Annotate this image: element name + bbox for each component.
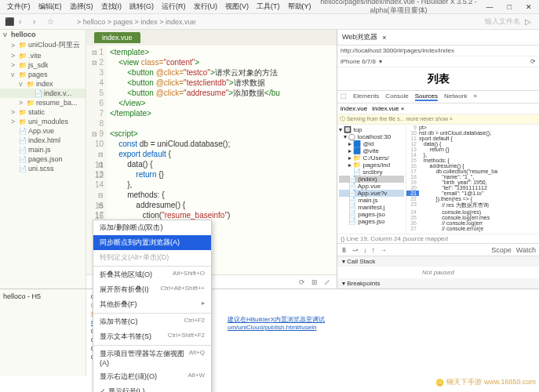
menu-select[interactable]: 选择(S): [66, 2, 97, 12]
callstack-body: Not paused: [337, 267, 539, 278]
devtools-tabs: ⬚ Elements Console Sources Network »: [337, 91, 539, 103]
debug-controls: ⏸ ⤻ ↓ ↑ → Scope Watch: [337, 243, 539, 256]
tree-item[interactable]: ▸ 📁 C:/Users/: [339, 154, 404, 162]
source-tab-2[interactable]: index.vue ×: [372, 105, 404, 112]
step-into-icon[interactable]: ↓: [363, 246, 367, 254]
watermark: 🪙铜天下手游 www.16850.com: [435, 377, 536, 387]
sidebar-item[interactable]: v📁 pages: [0, 70, 86, 79]
sidebar-item[interactable]: 📄 index.html: [0, 136, 86, 145]
sidebar-item[interactable]: 📄 App.vue: [0, 126, 86, 136]
menu-view[interactable]: 视图(V): [221, 2, 253, 12]
tree-item[interactable]: ▸ 📁 pages/ind: [339, 162, 404, 169]
tree-item[interactable]: 📄 (index): [339, 176, 404, 183]
close-icon[interactable]: ✕: [522, 3, 536, 11]
menu-file[interactable]: 文件(F): [3, 2, 35, 12]
minimize-icon[interactable]: —: [483, 3, 497, 11]
menu-item[interactable]: 添加书签(C)Ctrl+F2: [93, 314, 211, 329]
scope-tab[interactable]: Scope: [491, 246, 512, 254]
tree-item[interactable]: ▸ 🟦 @id: [339, 140, 404, 147]
menu-item[interactable]: 转到定义(Alt+单击)(D): [93, 250, 211, 265]
breadcrumb[interactable]: > helloco > pages > index > index.vue: [61, 18, 196, 26]
refresh-icon[interactable]: ⟳: [530, 58, 536, 65]
tree-item[interactable]: 📄 pages-jso: [339, 211, 404, 218]
sidebar-item[interactable]: >📁 resume_ba...: [0, 98, 86, 107]
url-bar[interactable]: http://localhost:3000/#/pages/index/inde…: [337, 45, 539, 56]
terminal-label[interactable]: helloco - H5: [3, 292, 82, 300]
source-code[interactable]: 9pt>10nst db = uniCloud.database();11xpo…: [406, 125, 539, 234]
tree-item[interactable]: 📄 App.vue: [339, 183, 404, 190]
menu-item[interactable]: 显示右边栏(须)(O)Alt+W: [93, 369, 211, 384]
menu-item[interactable]: 显示项目管理器等左侧视图(A)Alt+Q: [93, 347, 211, 369]
menu-bar: 文件(F) 编辑(E) 选择(S) 查找(I) 跳转(G) 运行(R) 发行(U…: [0, 0, 539, 14]
tab-index-vue[interactable]: index.vue: [94, 32, 140, 43]
pause-icon[interactable]: ⏸: [341, 246, 348, 254]
menu-tools[interactable]: 工具(T): [253, 2, 284, 12]
watch-tab[interactable]: Watch: [516, 246, 536, 254]
step-over-icon[interactable]: ⤻: [352, 246, 359, 254]
menu-item[interactable]: 其他折叠(F)▸: [93, 297, 211, 312]
sidebar-item[interactable]: >📁 uniCloud-阿里云: [0, 39, 86, 51]
title-text: helloco/pages/index/index.vue - HBuilder…: [315, 0, 483, 16]
forward-icon[interactable]: ›: [33, 17, 42, 27]
terminal-panel: helloco - H5 06:13:36.543 ready06:13:36.…: [0, 289, 539, 376]
sidebar-item[interactable]: 📄 main.js: [0, 145, 86, 154]
menu-publish[interactable]: 发行(U): [190, 2, 222, 12]
menu-edit[interactable]: 编辑(E): [35, 2, 66, 12]
sidebar-item[interactable]: 📄 pages.json: [0, 154, 86, 164]
breakpoints-header[interactable]: ▾ Breakpoints: [337, 278, 539, 289]
tree-item[interactable]: 📄 App.vue?v: [339, 190, 404, 197]
devtools-close-icon[interactable]: ×: [382, 34, 386, 42]
menu-item[interactable]: 添加/删除断点(双击): [93, 220, 211, 235]
menu-item[interactable]: ✓ 显示行号(L): [93, 384, 211, 392]
step-out-icon[interactable]: ↑: [372, 246, 376, 254]
chevron-down-icon[interactable]: ▾: [379, 58, 382, 65]
sidebar-item[interactable]: 📄 index.v...: [0, 89, 86, 98]
tree-item[interactable]: 📄 srclibry: [339, 169, 404, 176]
menu-find[interactable]: 查找(I): [97, 2, 126, 12]
menu-goto[interactable]: 跳转(G): [126, 2, 158, 12]
tree-item[interactable]: ▾ 🔲 top: [339, 126, 404, 133]
theme-icon[interactable]: ☆: [47, 17, 56, 27]
tree-item[interactable]: 📄 manifest.j: [339, 204, 404, 211]
menu-help[interactable]: 帮助(Y): [284, 2, 315, 12]
menu-item[interactable]: 展开所有折叠(I)Ctrl+Alt+Shift++: [93, 282, 211, 297]
source-tree[interactable]: ▾ 🔲 top▾ ◯ localhost:30▸ 🟦 @id▸ 🟦 @vite▸…: [337, 125, 406, 234]
project-root[interactable]: vhelloco: [0, 30, 86, 39]
maximize-icon[interactable]: □: [504, 3, 515, 11]
editor-tabs: index.vue: [86, 30, 337, 45]
sidebar-item[interactable]: >📁 uni_modules: [0, 117, 86, 126]
grid-icon[interactable]: ⊞: [311, 278, 318, 286]
sidebar-item[interactable]: >📁 static: [0, 107, 86, 117]
tab-console[interactable]: Console: [385, 93, 408, 101]
preview-icon[interactable]: ▷: [525, 17, 534, 27]
callstack-header[interactable]: ▾ Call Stack: [337, 256, 539, 267]
sync-icon[interactable]: ⟳: [299, 278, 305, 286]
page-preview[interactable]: 列表: [337, 67, 539, 91]
inspector-icon[interactable]: ⬚: [341, 93, 347, 101]
tree-item[interactable]: 📄 main.js: [339, 197, 404, 204]
more-icon[interactable]: »: [473, 93, 476, 101]
info-banner[interactable]: ⓘ Serving from the file s... more never …: [337, 114, 539, 125]
sidebar: vhelloco >📁 uniCloud-阿里云>📁 .vite>📁 js_sd…: [0, 30, 86, 289]
tab-elements[interactable]: Elements: [353, 93, 379, 101]
tab-sources[interactable]: Sources: [415, 93, 438, 101]
sidebar-item[interactable]: >📁 .vite: [0, 51, 86, 60]
search-placeholder[interactable]: 输入文件名: [485, 16, 520, 27]
menu-item[interactable]: 折叠其他区域(O)Alt+Shift+O: [93, 267, 211, 282]
expand-icon[interactable]: ⤢: [324, 278, 330, 286]
sidebar-item[interactable]: >📁 js_sdk: [0, 60, 86, 70]
sidebar-item[interactable]: v📁 index: [0, 79, 86, 89]
sidebar-item[interactable]: 📄 uni.scss: [0, 164, 86, 173]
cursor-status: Line 19, Column 24 (source mapped: [347, 235, 448, 242]
device-select[interactable]: iPhone 6/7/8: [341, 58, 376, 65]
tree-item[interactable]: 📄 pages.jso: [339, 218, 404, 225]
tab-network[interactable]: Network: [444, 93, 467, 101]
tree-item[interactable]: ▾ ◯ localhost:30: [339, 133, 404, 140]
menu-run[interactable]: 运行(R): [158, 2, 190, 12]
back-icon[interactable]: ‹: [19, 17, 28, 27]
menu-item[interactable]: 同步断点到内置浏览器(A): [93, 235, 211, 250]
tree-item[interactable]: ▸ 🟦 @vite: [339, 147, 404, 154]
menu-item[interactable]: 显示文本书签(S)Ctrl+Shift+F2: [93, 329, 211, 344]
source-tab-1[interactable]: index.vue: [341, 105, 367, 112]
step-icon[interactable]: →: [380, 246, 387, 254]
